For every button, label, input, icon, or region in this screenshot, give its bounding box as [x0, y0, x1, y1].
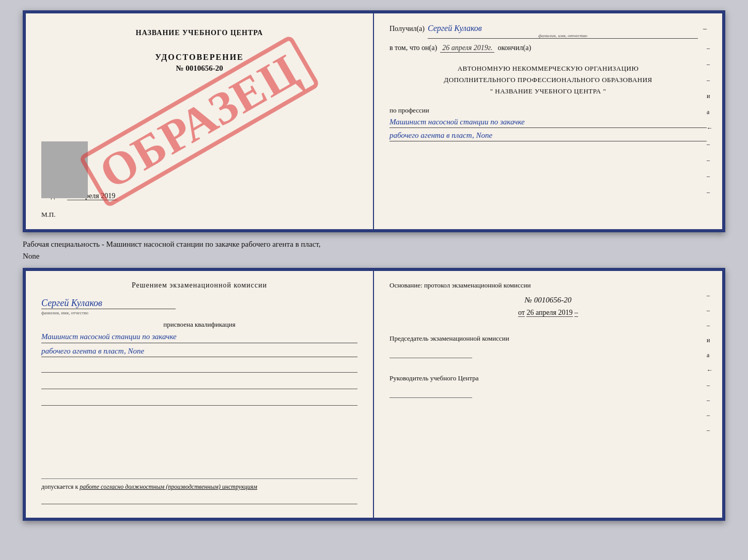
prisvoena-label: присвоена квалификация — [41, 321, 357, 329]
poluchil-value: Сергей Кулаков фамилия, имя, отчество — [428, 24, 698, 39]
bottom-left-panel: Решением экзаменационной комиссии Сергей… — [26, 271, 374, 518]
blank-line-4 — [41, 494, 357, 504]
vtom-date: 26 апреля 2019г. — [440, 44, 494, 53]
qual-line1: Машинист насосной станции по закачке — [41, 331, 357, 343]
osnov-title: Основание: протокол экзаменационной коми… — [389, 281, 707, 290]
person-name-block: Сергей Кулаков фамилия, имя, отчество — [41, 298, 357, 315]
udostoverenie-label: УДОСТОВЕРЕНИЕ — [155, 53, 244, 62]
top-document: НАЗВАНИЕ УЧЕБНОГО ЦЕНТРА УДОСТОВЕРЕНИЕ №… — [23, 10, 725, 232]
org-block: АВТОНОМНУЮ НЕКОММЕРЧЕСКУЮ ОРГАНИЗАЦИЮ ДО… — [389, 63, 707, 97]
predsedatel-block: Председатель экзаменационной комиссии — [389, 333, 707, 361]
photo-placeholder — [41, 141, 88, 198]
profession-line2: рабочего агента в пласт, None — [389, 130, 707, 141]
poluchil-label: Получил(а) — [389, 25, 425, 33]
bottom-document: Решением экзаменационной комиссии Сергей… — [23, 268, 725, 521]
nomer-label: № 0010656-20 — [155, 64, 244, 73]
mp-label: М.П. — [41, 211, 55, 219]
rukovoditel-block: Руководитель учебного Центра — [389, 373, 707, 401]
poluchil-row: Получил(а) Сергей Кулаков фамилия, имя, … — [389, 24, 707, 39]
vtom-row: в том, что он(а) 26 апреля 2019г. окончи… — [389, 44, 707, 53]
between-text: Рабочая специальность - Машинист насосно… — [23, 238, 725, 262]
top-left-panel: НАЗВАНИЕ УЧЕБНОГО ЦЕНТРА УДОСТОВЕРЕНИЕ №… — [26, 13, 374, 229]
okonchil-label: окончил(а) — [497, 44, 531, 52]
rukovoditel-label: Руководитель учебного Центра — [389, 373, 707, 383]
bottom-right-panel: – – – и а ← – – – – Основание: протокол … — [374, 271, 722, 518]
blank-line-2 — [41, 379, 357, 389]
qual-line2: рабочего агента в пласт, None — [41, 345, 357, 358]
familiya-sub: фамилия, имя, отчество — [41, 310, 357, 315]
top-right-panel: – – – и а ← – – – – Получил(а) Сергей Ку… — [374, 13, 722, 229]
center-name-top: НАЗВАНИЕ УЧЕБНОГО ЦЕНТРА — [136, 29, 263, 37]
blank-line-1 — [41, 362, 357, 373]
predsedatel-label: Председатель экзаменационной комиссии — [389, 333, 707, 344]
ot-date-value: 26 апреля 2019 — [526, 309, 572, 317]
rukovoditel-signature-line — [389, 388, 472, 398]
vydano-line: Выдано 26 апреля 2019 — [41, 192, 357, 211]
po-professii-label: по профессии — [389, 106, 707, 115]
right-dashes: – – – и а ← – – – – — [707, 44, 713, 196]
dopuskaetsya-prefix: допускается к — [41, 483, 78, 490]
komissia-title: Решением экзаменационной комиссии — [41, 281, 357, 290]
profession-line1: Машинист насосной станции по закачке — [389, 117, 707, 128]
udostoverenie-block: УДОСТОВЕРЕНИЕ № 0010656-20 — [155, 53, 244, 73]
dopuskaetsya-block: допускается к работе согласно должностны… — [41, 478, 357, 491]
between-line2: None — [23, 250, 725, 262]
blank-line-3 — [41, 395, 357, 406]
right-dashes-bottom: – – – и а ← – – – – — [707, 292, 713, 434]
vtom-label: в том, что он(а) — [389, 44, 437, 52]
ot-date: от 26 апреля 2019 – — [389, 309, 707, 317]
dopuskaetsya-value: работе согласно должностным (производств… — [80, 483, 257, 490]
predsedatel-signature-line — [389, 348, 472, 358]
ot-prefix: от — [518, 309, 525, 317]
between-line1: Рабочая специальность - Машинист насосно… — [23, 238, 725, 250]
protokol-number: № 0010656-20 — [389, 296, 707, 305]
person-name-hw: Сергей Кулаков — [41, 298, 176, 309]
